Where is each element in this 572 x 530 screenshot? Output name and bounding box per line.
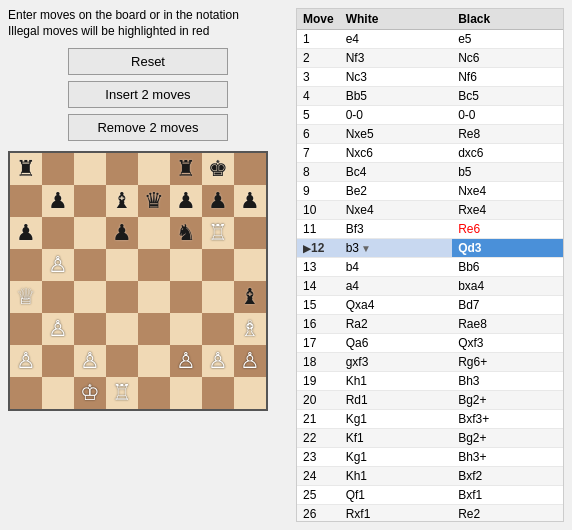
black-move[interactable]: Bg2+ xyxy=(452,391,563,410)
white-move[interactable]: Kg1 xyxy=(340,448,452,467)
square-4-5[interactable] xyxy=(170,281,202,313)
square-4-2[interactable] xyxy=(74,281,106,313)
white-move[interactable]: Nc3 xyxy=(340,68,452,87)
square-3-3[interactable] xyxy=(106,249,138,281)
square-2-7[interactable] xyxy=(234,217,266,249)
square-4-4[interactable] xyxy=(138,281,170,313)
square-7-0[interactable] xyxy=(10,377,42,409)
black-move[interactable]: Bxf1 xyxy=(452,486,563,505)
table-row[interactable]: 4Bb5Bc5 xyxy=(297,87,563,106)
square-3-1[interactable]: ♙ xyxy=(42,249,74,281)
white-move[interactable]: e4 xyxy=(340,30,452,49)
square-1-4[interactable]: ♛ xyxy=(138,185,170,217)
table-row[interactable]: 17Qa6Qxf3 xyxy=(297,334,563,353)
square-6-0[interactable]: ♙ xyxy=(10,345,42,377)
square-5-2[interactable] xyxy=(74,313,106,345)
square-0-2[interactable] xyxy=(74,153,106,185)
black-move[interactable]: Re2 xyxy=(452,505,563,522)
white-move[interactable]: Kg1 xyxy=(340,410,452,429)
black-move[interactable]: Bxf3+ xyxy=(452,410,563,429)
square-1-5[interactable]: ♟ xyxy=(170,185,202,217)
table-row[interactable]: 50-00-0 xyxy=(297,106,563,125)
white-move[interactable]: gxf3 xyxy=(340,353,452,372)
table-row[interactable]: 19Kh1Bh3 xyxy=(297,372,563,391)
square-4-1[interactable] xyxy=(42,281,74,313)
black-move[interactable]: bxa4 xyxy=(452,277,563,296)
white-move[interactable]: Kh1 xyxy=(340,372,452,391)
square-4-7[interactable]: ♝ xyxy=(234,281,266,313)
white-move[interactable]: Ra2 xyxy=(340,315,452,334)
white-move[interactable]: Nxe4 xyxy=(340,201,452,220)
white-move[interactable]: Qxa4 xyxy=(340,296,452,315)
chess-board[interactable]: ♜♜♚♟♝♛♟♟♟♟♟♞♖♙♕♝♙♗♙♙♙♙♙♔♖ xyxy=(8,151,268,411)
remove-button[interactable]: Remove 2 moves xyxy=(68,114,228,141)
black-move[interactable]: Bd7 xyxy=(452,296,563,315)
square-6-4[interactable] xyxy=(138,345,170,377)
black-move[interactable]: Rae8 xyxy=(452,315,563,334)
square-3-0[interactable] xyxy=(10,249,42,281)
square-6-3[interactable] xyxy=(106,345,138,377)
square-5-0[interactable] xyxy=(10,313,42,345)
black-move[interactable]: Nc6 xyxy=(452,49,563,68)
square-3-2[interactable] xyxy=(74,249,106,281)
insert-button[interactable]: Insert 2 moves xyxy=(68,81,228,108)
black-move[interactable]: Re6 xyxy=(452,220,563,239)
square-5-4[interactable] xyxy=(138,313,170,345)
white-move[interactable]: a4 xyxy=(340,277,452,296)
black-move[interactable]: Bc5 xyxy=(452,87,563,106)
table-row[interactable]: 26Rxf1Re2 xyxy=(297,505,563,522)
black-move[interactable]: b5 xyxy=(452,163,563,182)
white-move[interactable]: 0-0 xyxy=(340,106,452,125)
square-7-6[interactable] xyxy=(202,377,234,409)
square-6-5[interactable]: ♙ xyxy=(170,345,202,377)
black-move[interactable]: Bg2+ xyxy=(452,429,563,448)
square-4-6[interactable] xyxy=(202,281,234,313)
moves-table-wrapper[interactable]: Move White Black 1e4e52Nf3Nc63Nc3Nf64Bb5… xyxy=(297,9,563,521)
square-7-2[interactable]: ♔ xyxy=(74,377,106,409)
square-5-6[interactable] xyxy=(202,313,234,345)
square-1-0[interactable] xyxy=(10,185,42,217)
table-row[interactable]: 1e4e5 xyxy=(297,30,563,49)
white-move[interactable]: b3▼ xyxy=(340,239,452,258)
table-row[interactable]: 18gxf3Rg6+ xyxy=(297,353,563,372)
square-0-0[interactable]: ♜ xyxy=(10,153,42,185)
table-row[interactable]: 21Kg1Bxf3+ xyxy=(297,410,563,429)
white-move[interactable]: Bc4 xyxy=(340,163,452,182)
square-3-5[interactable] xyxy=(170,249,202,281)
white-move[interactable]: Be2 xyxy=(340,182,452,201)
table-row[interactable]: 14a4bxa4 xyxy=(297,277,563,296)
square-2-6[interactable]: ♖ xyxy=(202,217,234,249)
white-move[interactable]: Rd1 xyxy=(340,391,452,410)
square-4-3[interactable] xyxy=(106,281,138,313)
table-row[interactable]: 3Nc3Nf6 xyxy=(297,68,563,87)
white-move[interactable]: Nxe5 xyxy=(340,125,452,144)
square-0-1[interactable] xyxy=(42,153,74,185)
square-5-1[interactable]: ♙ xyxy=(42,313,74,345)
square-0-3[interactable] xyxy=(106,153,138,185)
square-1-2[interactable] xyxy=(74,185,106,217)
square-7-1[interactable] xyxy=(42,377,74,409)
white-move[interactable]: Qa6 xyxy=(340,334,452,353)
square-7-7[interactable] xyxy=(234,377,266,409)
table-row[interactable]: 15Qxa4Bd7 xyxy=(297,296,563,315)
square-6-6[interactable]: ♙ xyxy=(202,345,234,377)
square-1-1[interactable]: ♟ xyxy=(42,185,74,217)
square-3-4[interactable] xyxy=(138,249,170,281)
square-0-4[interactable] xyxy=(138,153,170,185)
black-move[interactable]: Qxf3 xyxy=(452,334,563,353)
black-move[interactable]: Bh3 xyxy=(452,372,563,391)
square-7-3[interactable]: ♖ xyxy=(106,377,138,409)
black-move[interactable]: Bh3+ xyxy=(452,448,563,467)
square-6-7[interactable]: ♙ xyxy=(234,345,266,377)
table-row[interactable]: 24Kh1Bxf2 xyxy=(297,467,563,486)
black-move[interactable]: e5 xyxy=(452,30,563,49)
square-0-5[interactable]: ♜ xyxy=(170,153,202,185)
square-7-4[interactable] xyxy=(138,377,170,409)
white-move[interactable]: Nxc6 xyxy=(340,144,452,163)
table-row[interactable]: 6Nxe5Re8 xyxy=(297,125,563,144)
reset-button[interactable]: Reset xyxy=(68,48,228,75)
square-5-3[interactable] xyxy=(106,313,138,345)
black-move[interactable]: Rxe4 xyxy=(452,201,563,220)
black-move[interactable]: Nf6 xyxy=(452,68,563,87)
white-move[interactable]: b4 xyxy=(340,258,452,277)
